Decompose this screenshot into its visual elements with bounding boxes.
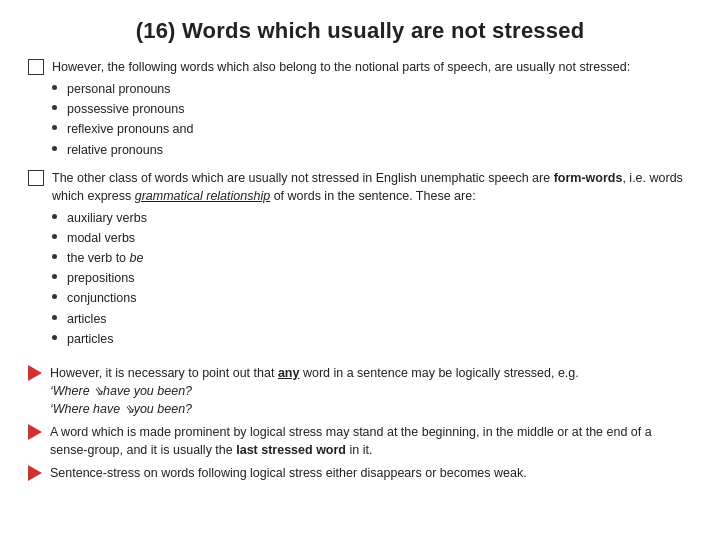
checkbox-icon-1 [28, 59, 44, 75]
block1-intro-row: However, the following words which also … [28, 58, 692, 76]
verb-to-be: the verb to be [67, 249, 143, 267]
bullet-dot-b6 [52, 315, 57, 320]
bullet-dot-2 [52, 105, 57, 110]
bullet-b1: auxiliary verbs [28, 209, 692, 227]
bullet-dot-b3 [52, 254, 57, 259]
flag-row-1: However, it is necessary to point out th… [28, 364, 692, 418]
block2-intro-row: The other class of words which are usual… [28, 169, 692, 205]
bullet-dot-1 [52, 85, 57, 90]
block2: The other class of words which are usual… [28, 169, 692, 350]
bullet-dot-3 [52, 125, 57, 130]
flag-text-1: However, it is necessary to point out th… [50, 364, 579, 418]
bullet-row-2: possessive pronouns [28, 100, 692, 118]
flag-icon-2 [28, 424, 42, 440]
bullet-row-3: reflexive pronouns and [28, 120, 692, 138]
bullet-dot-b2 [52, 234, 57, 239]
bullet-dot-b5 [52, 294, 57, 299]
flag-icon-3 [28, 465, 42, 481]
bullet-dot-b4 [52, 274, 57, 279]
bullet-row-4: relative pronouns [28, 141, 692, 159]
bullet-dot-b7 [52, 335, 57, 340]
block1-intro-text: However, the following words which also … [52, 58, 630, 76]
bullet-b6: articles [28, 310, 692, 328]
block2-italic: grammatical relationship [135, 189, 270, 203]
bullet-b7: particles [28, 330, 692, 348]
flag-row-3: Sentence-stress on words following logic… [28, 464, 692, 482]
bullet-dot-4 [52, 146, 57, 151]
bullet-row-1: personal pronouns [28, 80, 692, 98]
flag-text-2: A word which is made prominent by logica… [50, 423, 692, 459]
bullet-b2: modal verbs [28, 229, 692, 247]
block2-end2: These are: [413, 189, 476, 203]
bottom-section: However, it is necessary to point out th… [28, 364, 692, 488]
content-area: However, the following words which also … [28, 58, 692, 526]
block2-end1: of words in the sentence. [270, 189, 412, 203]
bullet-b3: the verb to be [28, 249, 692, 267]
block2-plain1: The other class of words which are usual… [52, 171, 554, 185]
bullet-b5: conjunctions [28, 289, 692, 307]
block1: However, the following words which also … [28, 58, 692, 161]
flag-text-3: Sentence-stress on words following logic… [50, 464, 527, 482]
flag-row-2: A word which is made prominent by logica… [28, 423, 692, 459]
block2-bold: form-words [554, 171, 623, 185]
slide: (16) Words which usually are not stresse… [0, 0, 720, 540]
bullet-dot-b1 [52, 214, 57, 219]
slide-title: (16) Words which usually are not stresse… [28, 18, 692, 44]
bullet-b4: prepositions [28, 269, 692, 287]
checkbox-icon-2 [28, 170, 44, 186]
block2-intro-text: The other class of words which are usual… [52, 169, 692, 205]
flag-icon-1 [28, 365, 42, 381]
